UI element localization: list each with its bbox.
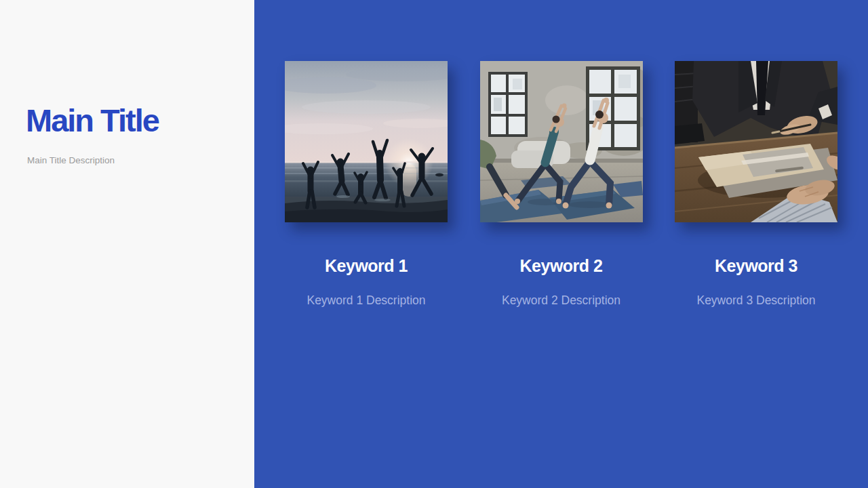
beach-jump-illustration bbox=[285, 61, 448, 222]
yoga-class-photo bbox=[480, 61, 643, 222]
card-keyword-1: Keyword 1 Keyword 1 Description bbox=[285, 61, 448, 307]
card-keyword-2: Keyword 2 Keyword 2 Description bbox=[480, 61, 643, 307]
sidebar: Main Title Main Title Description bbox=[0, 0, 254, 488]
business-meeting-illustration bbox=[675, 61, 837, 222]
keyword-2-title: Keyword 2 bbox=[480, 258, 643, 274]
keyword-1-description: Keyword 1 Description bbox=[285, 295, 448, 307]
page-title: Main Title bbox=[26, 102, 159, 139]
card-row: Keyword 1 Keyword 1 Description bbox=[285, 61, 837, 307]
beach-jump-photo bbox=[285, 61, 448, 222]
yoga-class-illustration bbox=[480, 61, 643, 222]
keyword-3-title: Keyword 3 bbox=[675, 258, 837, 274]
card-keyword-3: Keyword 3 Keyword 3 Description bbox=[675, 61, 837, 307]
keyword-3-description: Keyword 3 Description bbox=[675, 295, 837, 307]
keyword-2-description: Keyword 2 Description bbox=[480, 295, 643, 307]
business-meeting-photo bbox=[675, 61, 837, 222]
page-subtitle: Main Title Description bbox=[27, 155, 115, 165]
keyword-1-title: Keyword 1 bbox=[285, 258, 448, 274]
